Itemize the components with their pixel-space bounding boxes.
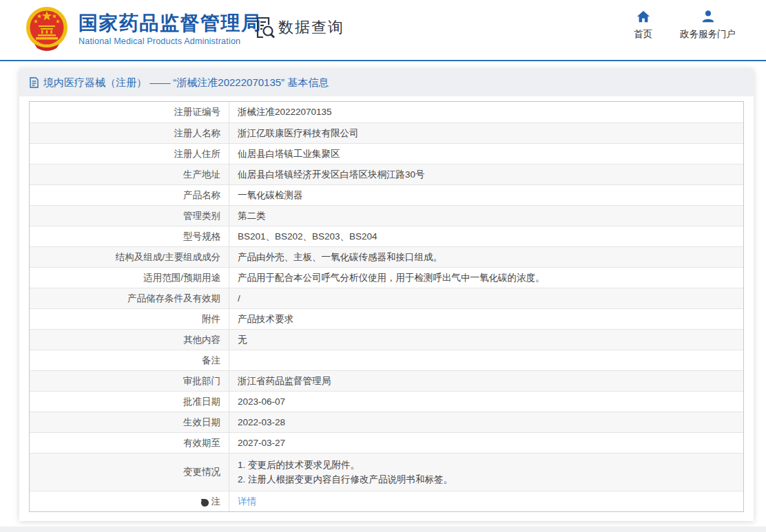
- table-row: 审批部门浙江省药品监督管理局: [30, 370, 743, 391]
- site-header: 国家药品监督管理局 National Medical Products Admi…: [0, 0, 766, 61]
- user-icon: [701, 9, 716, 24]
- table-row: 适用范围/预期用途产品用于配合本公司呼气分析仪使用，用于检测呼出气中一氧化碳的浓…: [30, 267, 743, 288]
- data-query-button[interactable]: 数据查询: [253, 16, 344, 39]
- row-label-text: 管理类别: [183, 210, 220, 222]
- top-navigation: 首页 政务服务门户: [634, 9, 736, 41]
- row-label: 结构及组成/主要组成成分: [30, 247, 229, 267]
- breadcrumb-text: 境内医疗器械（注册） —— “浙械注准20222070135” 基本信息: [43, 76, 329, 89]
- row-value: 1. 变更后的技术要求见附件。2. 注册人根据变更内容自行修改产品说明书和标签。: [229, 454, 743, 491]
- row-value: 产品由外壳、主板、一氧化碳传感器和接口组成。: [229, 247, 743, 267]
- row-value: /: [229, 288, 743, 308]
- nav-service-portal[interactable]: 政务服务门户: [680, 9, 736, 41]
- footer-strip: [0, 526, 766, 532]
- row-value: 仙居县白塔镇工业集聚区: [229, 144, 743, 164]
- row-label-text: 结构及组成/主要组成成分: [116, 251, 220, 264]
- row-value: 2027-03-27: [229, 433, 743, 453]
- row-label: 注册证编号: [30, 102, 229, 123]
- table-row: 产品名称一氧化碳检测器: [30, 184, 743, 205]
- row-label-text: 批准日期: [183, 396, 220, 408]
- row-label-text: 备注: [202, 354, 220, 367]
- table-row: 管理类别第二类: [30, 205, 743, 226]
- row-label: 其他内容: [30, 330, 229, 350]
- row-value: 一氧化碳检测器: [229, 185, 743, 205]
- row-value: 2023-06-07: [229, 392, 743, 412]
- table-row: 附件产品技术要求: [30, 308, 743, 329]
- row-label: 型号规格: [30, 226, 229, 246]
- breadcrumb: 境内医疗器械（注册） —— “浙械注准20222070135” 基本信息: [19, 69, 754, 96]
- row-label-text: 注册证编号: [174, 106, 221, 118]
- site-subtitle: National Medical Products Administration: [79, 36, 262, 46]
- row-label: 管理类别: [30, 206, 229, 226]
- nav-home[interactable]: 首页: [634, 9, 652, 41]
- row-label: 注: [30, 491, 229, 511]
- info-card: 境内医疗器械（注册） —— “浙械注准20222070135” 基本信息 注册证…: [19, 69, 754, 521]
- row-value: 2022-03-28: [229, 412, 743, 432]
- table-row: 生产地址仙居县白塔镇经济开发区白塔区块桐江路30号: [30, 164, 743, 184]
- document-icon: [29, 77, 39, 88]
- home-icon: [636, 9, 651, 24]
- row-label-text: 审批部门: [183, 375, 220, 387]
- row-value: 浙械注准20222070135: [229, 102, 743, 123]
- table-row: 变更情况1. 变更后的技术要求见附件。2. 注册人根据变更内容自行修改产品说明书…: [30, 453, 743, 491]
- logo-text: 国家药品监督管理局 National Medical Products Admi…: [79, 12, 262, 46]
- data-query-label: 数据查询: [278, 17, 344, 38]
- row-label: 有效期至: [30, 433, 229, 453]
- table-row: 注册证编号浙械注准20222070135: [30, 102, 743, 123]
- table-row: 备注: [30, 350, 743, 370]
- row-label: 审批部门: [30, 371, 229, 391]
- row-label-text: 有效期至: [183, 437, 220, 449]
- row-label: 产品名称: [30, 185, 229, 205]
- detail-link[interactable]: 详情: [238, 495, 256, 509]
- row-label-text: 注册人住所: [174, 148, 221, 160]
- table-row: 批准日期2023-06-07: [30, 391, 743, 412]
- row-value: BS201、BS202、BS203、BS204: [229, 226, 743, 246]
- row-label-text: 附件: [202, 313, 220, 326]
- row-value: 浙江省药品监督管理局: [229, 371, 743, 391]
- row-value: [229, 350, 743, 370]
- table-row: 有效期至2027-03-27: [30, 432, 743, 453]
- row-label: 附件: [30, 309, 229, 329]
- row-value-line: 1. 变更后的技术要求见附件。: [238, 458, 736, 472]
- table-row: 型号规格BS201、BS202、BS203、BS204: [30, 226, 743, 246]
- row-label: 注册人住所: [30, 144, 229, 164]
- page: 国家药品监督管理局 National Medical Products Admi…: [0, 0, 766, 532]
- nav-service-portal-label: 政务服务门户: [680, 28, 736, 41]
- row-value: 详情: [229, 491, 743, 511]
- table-row: 产品储存条件及有效期/: [30, 288, 743, 308]
- site-logo[interactable]: 国家药品监督管理局 National Medical Products Admi…: [25, 6, 262, 52]
- row-label: 变更情况: [30, 454, 229, 491]
- row-value: 无: [229, 330, 743, 350]
- row-value: 仙居县白塔镇经济开发区白塔区块桐江路30号: [229, 164, 743, 184]
- note-icon: [200, 498, 209, 507]
- row-label-text: 注册人名称: [174, 127, 221, 140]
- row-label-text: 产品储存条件及有效期: [127, 292, 220, 305]
- row-label: 备注: [30, 350, 229, 370]
- table-row: 注详情: [30, 491, 743, 511]
- site-title: 国家药品监督管理局: [79, 12, 262, 34]
- registration-info-table: 注册证编号浙械注准20222070135注册人名称浙江亿联康医疗科技有限公司注册…: [29, 101, 744, 512]
- document-search-icon: [253, 16, 276, 39]
- row-value: 产品技术要求: [229, 309, 743, 329]
- table-row: 其他内容无: [30, 329, 743, 350]
- nav-home-label: 首页: [634, 28, 652, 41]
- row-label: 生产地址: [30, 164, 229, 184]
- row-value: 产品用于配合本公司呼气分析仪使用，用于检测呼出气中一氧化碳的浓度。: [229, 268, 743, 288]
- row-label-text: 产品名称: [183, 189, 220, 202]
- row-label: 批准日期: [30, 392, 229, 412]
- row-label-text: 其他内容: [183, 334, 220, 346]
- national-emblem-icon: [25, 6, 69, 52]
- table-row: 生效日期2022-03-28: [30, 412, 743, 432]
- row-label: 产品储存条件及有效期: [30, 288, 229, 308]
- row-label-text: 型号规格: [183, 231, 220, 243]
- row-value-line: 2. 注册人根据变更内容自行修改产品说明书和标签。: [238, 472, 736, 487]
- table-row: 结构及组成/主要组成成分产品由外壳、主板、一氧化碳传感器和接口组成。: [30, 246, 743, 267]
- table-row: 注册人住所仙居县白塔镇工业集聚区: [30, 143, 743, 164]
- row-label-text: 生效日期: [183, 416, 220, 429]
- table-row: 注册人名称浙江亿联康医疗科技有限公司: [30, 123, 743, 143]
- row-label: 注册人名称: [30, 123, 229, 143]
- row-label-text: 生产地址: [183, 169, 220, 181]
- row-value: 浙江亿联康医疗科技有限公司: [229, 123, 743, 143]
- row-label-text: 变更情况: [183, 466, 220, 478]
- row-label: 生效日期: [30, 412, 229, 432]
- row-label-text: 注: [211, 496, 221, 508]
